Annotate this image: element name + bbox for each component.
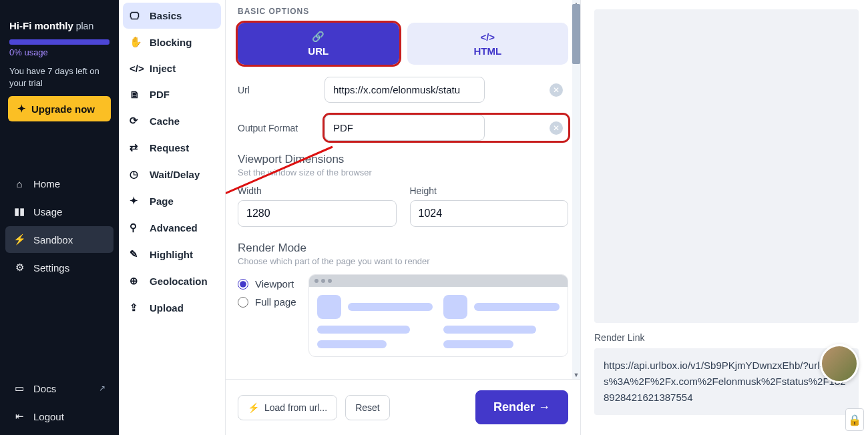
nav-label: Sandbox bbox=[33, 234, 73, 246]
output-format-input[interactable] bbox=[324, 115, 485, 141]
link-icon: 🔗 bbox=[312, 31, 324, 43]
tab-label: HTML bbox=[473, 45, 501, 57]
config-upload[interactable]: ⇪Upload bbox=[123, 294, 221, 321]
config-label: Basics bbox=[150, 10, 182, 21]
highlight-icon: ✎ bbox=[130, 248, 142, 260]
config-blocking[interactable]: ✋Blocking bbox=[123, 29, 221, 55]
bolt-icon: ⚡ bbox=[248, 402, 259, 413]
button-label: Reset bbox=[355, 402, 380, 413]
url-input[interactable] bbox=[324, 77, 485, 103]
width-label: Width bbox=[238, 185, 397, 196]
nav-docs[interactable]: ▭ Docs ↗ bbox=[5, 375, 114, 402]
radio-label: Full page bbox=[255, 296, 296, 308]
tab-html[interactable]: </> HTML bbox=[407, 23, 569, 65]
nav-settings[interactable]: ⚙ Settings bbox=[5, 254, 114, 281]
output-format-label: Output Format bbox=[238, 123, 311, 133]
render-mode-preview bbox=[308, 274, 568, 357]
viewport-subtitle: Set the window size of the browser bbox=[238, 167, 568, 177]
options-scroll[interactable]: ▲ ▼ BASIC OPTIONS 🔗 URL </> HTML Url ✕ O… bbox=[226, 0, 580, 379]
support-avatar[interactable] bbox=[820, 344, 859, 383]
upload-icon: ⇪ bbox=[130, 302, 142, 314]
config-menu: 🖵Basics ✋Blocking </>Inject 🗎PDF ⟳Cache … bbox=[119, 0, 226, 435]
clear-url-icon[interactable]: ✕ bbox=[550, 83, 563, 97]
radio-label: Viewport bbox=[255, 278, 294, 290]
url-label: Url bbox=[238, 85, 311, 95]
usage-progress-bar bbox=[9, 39, 110, 45]
trial-message: You have 7 days left on your trial bbox=[5, 59, 114, 96]
config-advanced[interactable]: ⚲Advanced bbox=[123, 214, 221, 241]
config-label: Advanced bbox=[150, 222, 198, 234]
clock-icon: ◷ bbox=[130, 168, 142, 180]
plan-info: Hi-Fi monthly plan bbox=[5, 17, 114, 34]
primary-nav: ⌂ Home ▮▮ Usage ⚡ Sandbox ⚙ Settings bbox=[5, 171, 114, 281]
config-label: Upload bbox=[150, 302, 184, 314]
upgrade-label: Upgrade now bbox=[31, 103, 95, 115]
secondary-nav: ▭ Docs ↗ ⇤ Logout bbox=[5, 375, 114, 430]
radio-viewport[interactable]: Viewport bbox=[238, 278, 296, 290]
config-label: Request bbox=[150, 142, 189, 153]
bar-chart-icon: ▮▮ bbox=[13, 205, 25, 218]
plan-suffix: plan bbox=[76, 21, 93, 31]
config-pdf[interactable]: 🗎PDF bbox=[123, 81, 221, 107]
config-request[interactable]: ⇄Request bbox=[123, 134, 221, 161]
tab-label: URL bbox=[308, 45, 329, 57]
render-mode-options: Viewport Full page bbox=[238, 274, 296, 308]
sparkle-icon: ✦ bbox=[17, 103, 26, 115]
output-format-row: Output Format ✕ bbox=[238, 115, 568, 141]
config-label: Cache bbox=[150, 115, 180, 127]
nav-sandbox[interactable]: ⚡ Sandbox bbox=[5, 226, 114, 253]
nav-home[interactable]: ⌂ Home bbox=[5, 171, 114, 197]
swap-icon: ⇄ bbox=[130, 141, 142, 153]
config-geolocation[interactable]: ⊕Geolocation bbox=[123, 268, 221, 294]
usage-percent: 0% usage bbox=[5, 46, 114, 59]
nav-label: Usage bbox=[33, 206, 62, 218]
nav-usage[interactable]: ▮▮ Usage bbox=[5, 198, 114, 225]
render-mode-section: Render Mode Choose which part of the pag… bbox=[238, 242, 568, 357]
scrollbar-thumb[interactable] bbox=[572, 4, 580, 64]
render-link-label: Render Link bbox=[594, 332, 859, 343]
nav-label: Docs bbox=[33, 383, 56, 394]
nav-logout[interactable]: ⇤ Logout bbox=[5, 403, 114, 430]
gear-icon: ⚙ bbox=[13, 262, 25, 274]
upgrade-button[interactable]: ✦ Upgrade now bbox=[8, 96, 111, 121]
render-link-value[interactable]: https://api.urlbox.io/v1/Sb9PKjmYDwnzxEh… bbox=[594, 348, 859, 415]
button-label: Load from url... bbox=[264, 402, 327, 413]
config-page[interactable]: ✦Page bbox=[123, 187, 221, 214]
load-from-url-button[interactable]: ⚡ Load from url... bbox=[238, 395, 337, 420]
external-link-icon: ↗ bbox=[99, 384, 105, 393]
config-inject[interactable]: </>Inject bbox=[123, 55, 221, 81]
config-wait[interactable]: ◷Wait/Delay bbox=[123, 161, 221, 187]
clear-output-icon[interactable]: ✕ bbox=[550, 121, 563, 135]
preview-skeleton bbox=[309, 287, 568, 356]
config-label: PDF bbox=[150, 89, 170, 100]
radio-fullpage[interactable]: Full page bbox=[238, 296, 296, 308]
render-mode-subtitle: Choose which part of the page you want t… bbox=[238, 256, 568, 266]
radio-fullpage-input[interactable] bbox=[238, 297, 248, 308]
config-label: Page bbox=[150, 195, 174, 207]
config-basics[interactable]: 🖵Basics bbox=[123, 3, 221, 29]
home-icon: ⌂ bbox=[13, 178, 25, 189]
height-input[interactable] bbox=[410, 200, 569, 227]
config-label: Geolocation bbox=[150, 276, 208, 287]
input-type-tabs: 🔗 URL </> HTML bbox=[238, 23, 568, 65]
scroll-down-arrow[interactable]: ▼ bbox=[572, 371, 580, 379]
plan-name: Hi-Fi monthly bbox=[9, 20, 73, 31]
radio-viewport-input[interactable] bbox=[238, 279, 248, 290]
nav-label: Logout bbox=[33, 411, 64, 422]
nav-label: Settings bbox=[33, 262, 69, 274]
render-button[interactable]: Render → bbox=[475, 390, 568, 424]
refresh-icon: ⟳ bbox=[130, 115, 142, 127]
tab-url[interactable]: 🔗 URL bbox=[238, 23, 399, 65]
render-mode-title: Render Mode bbox=[238, 242, 568, 255]
width-input[interactable] bbox=[238, 200, 397, 227]
cursor-icon: ✦ bbox=[130, 195, 142, 207]
options-heading: BASIC OPTIONS bbox=[238, 0, 568, 20]
config-cache[interactable]: ⟳Cache bbox=[123, 107, 221, 134]
lock-icon: 🔒 bbox=[845, 408, 864, 431]
url-row: Url ✕ bbox=[238, 77, 568, 103]
vertical-scrollbar[interactable]: ▲ ▼ bbox=[572, 0, 580, 379]
config-highlight[interactable]: ✎Highlight bbox=[123, 241, 221, 268]
logout-icon: ⇤ bbox=[13, 410, 25, 422]
reset-button[interactable]: Reset bbox=[345, 395, 390, 420]
button-label: Render → bbox=[493, 400, 550, 414]
